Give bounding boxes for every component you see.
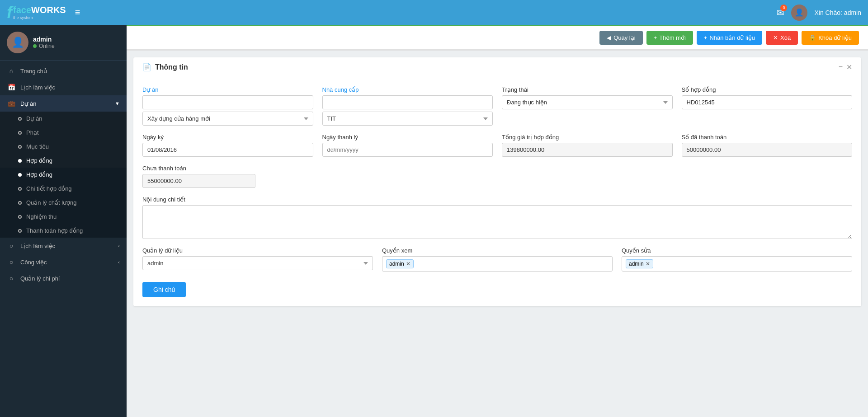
nha-cung-cap-input[interactable]: [322, 95, 493, 109]
user-avatar: 👤: [791, 5, 807, 21]
lock-label: Khóa dữ liệu: [818, 34, 852, 41]
minimize-icon[interactable]: −: [839, 63, 843, 71]
sidebar-item-quan-ly-chi-phi[interactable]: ○ Quản lý chi phí: [0, 270, 127, 286]
sidebar-item-quan-ly-chat-luong[interactable]: Quản lý chất lượng: [7, 196, 127, 210]
du-an-select[interactable]: Xây dựng cửa hàng mới: [142, 112, 313, 126]
circle-icon: ○: [7, 258, 16, 266]
form-actions: Ghi chú: [142, 280, 852, 297]
ngay-thanh-ly-input[interactable]: [322, 143, 493, 157]
sidebar-item-label: Lịch làm việc: [20, 243, 55, 249]
form-body: Dự án Xây dựng cửa hàng mới Nhà cung cấp: [133, 77, 861, 306]
document-icon: 📄: [142, 63, 151, 71]
sidebar-item-thanh-toan-hop-dong[interactable]: Thanh toán hợp đồng: [7, 224, 127, 238]
submenu-label: Thanh toán hợp đồng: [26, 227, 83, 234]
submenu-label: Quản lý chất lượng: [26, 199, 77, 206]
submenu-label: Chi tiết hợp đồng: [26, 185, 72, 192]
form-row-3: Chưa thanh toán 55000000.00: [142, 165, 852, 188]
sidebar-item-du-an-sub[interactable]: Dự án: [0, 112, 127, 126]
nha-cung-cap-label: Nhà cung cấp: [322, 86, 493, 93]
submenu-dot: [18, 201, 22, 205]
form-group-quyen-sua: Quyền sửa admin ✕: [622, 247, 852, 272]
submenu-dot: [18, 229, 22, 233]
top-header: f faceWORKS the system ≡ ✉ 0 👤 Xin Chào:…: [0, 0, 868, 25]
sidebar-item-hop-dong[interactable]: Hợp đồng: [0, 154, 127, 168]
logo-f-letter: f: [7, 3, 12, 22]
sidebar-item-trang-chu[interactable]: ⌂ Trang chủ: [0, 63, 127, 79]
form-group-du-an: Dự án Xây dựng cửa hàng mới: [142, 86, 313, 126]
quyen-sua-input[interactable]: admin ✕: [622, 256, 852, 272]
form-panel-header: 📄 Thông tin − ✕: [133, 57, 861, 77]
nha-cung-cap-select[interactable]: TIT: [322, 112, 493, 126]
ngay-ky-input[interactable]: 01/08/2016: [142, 143, 313, 157]
form-group-trang-thai: Trạng thái Đang thực hiện Hoàn thành Tạm…: [502, 86, 673, 126]
du-an-input[interactable]: [142, 95, 313, 109]
trang-thai-label: Trạng thái: [502, 86, 673, 93]
quan-ly-du-lieu-label: Quản lý dữ liệu: [142, 247, 373, 254]
form-group-ngay-thanh-ly: Ngày thanh lý: [322, 134, 493, 157]
save-button[interactable]: Ghi chú: [142, 282, 186, 297]
hamburger-button[interactable]: ≡: [75, 7, 80, 18]
quyen-xem-label: Quyền xem: [382, 247, 613, 254]
status-text: Online: [39, 43, 55, 49]
sidebar-item-phat[interactable]: Phạt: [0, 126, 127, 140]
form-group-so-da-thanh-toan: Số đã thanh toán 50000000.00: [682, 134, 853, 157]
du-an-select-wrapper: Xây dựng cửa hàng mới: [142, 112, 313, 126]
ngay-thanh-ly-label: Ngày thanh lý: [322, 134, 493, 141]
sidebar-item-lich-lam-viec-2[interactable]: ○ Lịch làm việc ‹: [0, 238, 127, 254]
form-group-so-hop-dong: Số hợp đồng HD012545: [682, 86, 853, 126]
quan-ly-select-wrapper: admin: [142, 256, 373, 270]
logo-works: WORKS: [31, 5, 66, 15]
content-area: ◀ Quay lại + Thêm mới + Nhân bản dữ liệu…: [127, 25, 868, 417]
quyen-xem-input[interactable]: admin ✕: [382, 256, 613, 272]
notification-badge: 0: [780, 5, 787, 11]
sidebar-item-du-an[interactable]: 💼 Dự án ▼: [0, 95, 127, 112]
close-icon[interactable]: ✕: [846, 63, 852, 71]
sidebar-item-nghiem-thu[interactable]: Nghiệm thu: [7, 210, 127, 224]
quyen-sua-tag-close[interactable]: ✕: [646, 261, 650, 267]
sidebar-item-hop-dong-sub[interactable]: Hợp đồng: [7, 168, 127, 182]
form-row-4: Nội dung chi tiết: [142, 196, 852, 239]
submenu-label: Hợp đồng: [26, 157, 52, 164]
form-group-tong-gia-tri: Tổng giá trị hợp đồng 139800000.00: [502, 134, 673, 157]
form-panel: 📄 Thông tin − ✕ Dự án Xây dự: [133, 57, 861, 306]
submenu-dot: [18, 215, 22, 219]
submenu-label: Hợp đồng: [26, 171, 52, 178]
action-bar: ◀ Quay lại + Thêm mới + Nhân bản dữ liệu…: [127, 25, 868, 51]
back-button[interactable]: ◀ Quay lại: [599, 31, 642, 45]
sidebar: 👤 admin Online ⌂ Trang chủ 📅 Lịch làm vi…: [0, 25, 127, 417]
quan-ly-du-lieu-select[interactable]: admin: [142, 256, 373, 270]
submenu-label: Phạt: [26, 129, 39, 136]
lock-button[interactable]: 🔒 Khóa dữ liệu: [802, 31, 859, 45]
circle-icon: ○: [7, 275, 16, 282]
trang-thai-select[interactable]: Đang thực hiện Hoàn thành Tạm dừng: [502, 95, 673, 109]
form-panel-title: 📄 Thông tin: [142, 63, 188, 71]
hamburger-icon: ≡: [75, 7, 80, 17]
clone-button[interactable]: + Nhân bản dữ liệu: [697, 31, 762, 45]
back-label: Quay lại: [613, 34, 635, 41]
back-icon: ◀: [607, 34, 611, 41]
so-da-thanh-toan-label: Số đã thanh toán: [682, 134, 853, 141]
plus-icon: +: [654, 34, 657, 41]
submenu-dot: [18, 117, 22, 121]
du-an-label: Dự án: [142, 86, 313, 93]
add-button[interactable]: + Thêm mới: [646, 31, 693, 45]
sidebar-item-label: Dự án: [20, 100, 36, 107]
sidebar-item-muc-tieu[interactable]: Mục tiêu: [0, 140, 127, 154]
delete-button[interactable]: ✕ Xóa: [766, 31, 798, 45]
notification-button[interactable]: ✉ 0: [777, 7, 784, 18]
sidebar-item-cong-viec[interactable]: ○ Công việc ‹: [0, 254, 127, 270]
nha-cung-cap-select-wrapper: TIT: [322, 112, 493, 126]
chevron-left-icon: ‹: [118, 243, 120, 248]
sidebar-item-label: Trang chủ: [20, 68, 47, 75]
submenu-dot: [18, 173, 22, 177]
noi-dung-textarea[interactable]: [142, 205, 852, 239]
so-da-thanh-toan-value: 50000000.00: [682, 143, 853, 157]
ngay-ky-label: Ngày ký: [142, 134, 313, 141]
calendar-icon: 📅: [7, 84, 16, 91]
clone-label: Nhân bản dữ liệu: [709, 34, 755, 41]
avatar: 👤: [7, 32, 28, 53]
sidebar-item-chi-tiet-hop-dong[interactable]: Chi tiết hợp đồng: [7, 182, 127, 196]
so-hop-dong-input[interactable]: HD012545: [682, 95, 853, 109]
sidebar-item-lich-lam-viec[interactable]: 📅 Lịch làm việc: [0, 79, 127, 95]
quyen-xem-tag-close[interactable]: ✕: [406, 261, 410, 267]
